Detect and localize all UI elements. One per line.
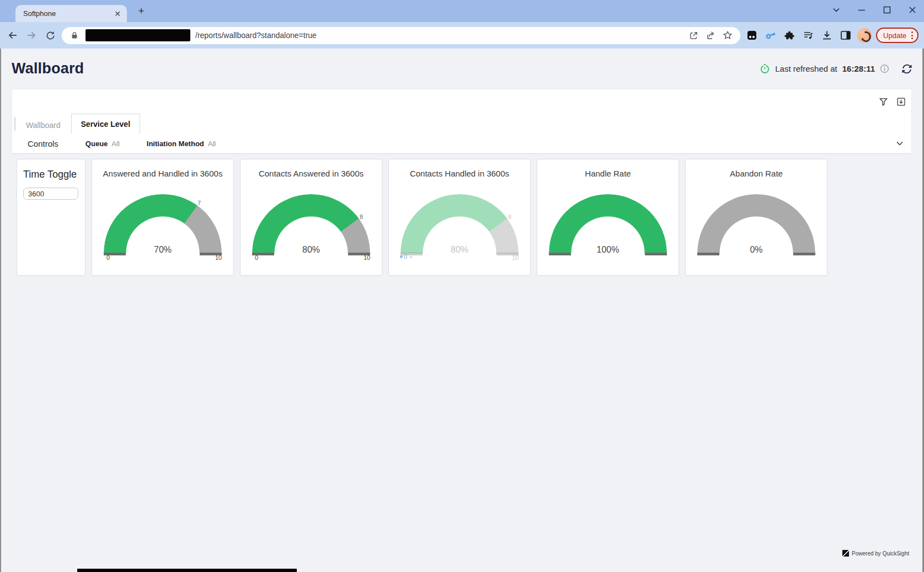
loading-indicator: 0 [396, 253, 416, 260]
gauge-title: Answered and Handled in 3600s [92, 159, 233, 179]
avatar[interactable] [857, 28, 872, 42]
page-title: Wallboard [12, 60, 84, 77]
gauge-card-contacts-handled: Contacts Handled in 3600s 80% 0 10 8 [388, 159, 531, 276]
controls-bar: Controls Queue All Initiation Method All [12, 133, 911, 154]
refresh-icon[interactable] [901, 63, 913, 75]
gauge-card-answered-and-handled: Answered and Handled in 3600s 70% 0 10 7 [92, 159, 234, 276]
time-toggle-title: Time Toggle [23, 169, 85, 180]
kebab-menu-icon[interactable] [910, 30, 915, 41]
tab-service-level[interactable]: Service Level [71, 114, 141, 133]
gauge-title: Contacts Handled in 3600s [389, 159, 530, 179]
time-toggle-input[interactable] [23, 188, 78, 200]
back-icon[interactable] [6, 28, 20, 42]
filter-icon[interactable] [878, 97, 888, 106]
gauge-card-abandon-rate: Abandon Rate 0% [685, 159, 827, 276]
last-refreshed-time: 16:28:11 [842, 64, 875, 73]
page-header: Wallboard Last refreshed at 16:28:11 [0, 49, 924, 89]
open-in-new-icon[interactable] [687, 29, 699, 41]
tab-search-icon[interactable] [830, 4, 842, 16]
gauge-card-handle-rate: Handle Rate 100% [537, 159, 679, 276]
axis-min-label: 0 [249, 254, 264, 261]
gauge-title: Abandon Rate [686, 159, 827, 179]
lock-icon [68, 29, 81, 41]
playlist-icon[interactable] [801, 28, 815, 42]
last-refreshed-label: Last refreshed at [775, 64, 837, 73]
gauge-chart[interactable]: 80% 0 10 8 [252, 194, 370, 253]
minimize-icon[interactable] [856, 4, 868, 16]
extensions-puzzle-icon[interactable] [782, 28, 797, 42]
threshold-label: 8 [508, 213, 511, 220]
tab-close-icon[interactable]: ✕ [113, 9, 122, 19]
gauge-value: 0% [697, 245, 815, 255]
gauge-arc [400, 194, 519, 253]
gauge-arc [549, 194, 667, 253]
browser-tab[interactable]: Softphone ✕ [15, 5, 127, 22]
axis-max-label: 10 [360, 254, 374, 261]
axis-max-label: 10 [211, 254, 226, 261]
maximize-icon[interactable] [881, 4, 893, 16]
time-toggle-card: Time Toggle [17, 159, 86, 276]
browser-tab-title: Softphone [23, 9, 113, 18]
card-grid: Time Toggle Answered and Handled in 3600… [17, 159, 827, 276]
share-icon[interactable] [704, 29, 717, 41]
threshold-label: 7 [197, 200, 201, 206]
filter-initiation-method[interactable]: Initiation Method All [147, 140, 216, 148]
quicksight-logo-icon [842, 550, 849, 557]
info-icon[interactable] [880, 64, 889, 73]
url-path: /reports/wallboard?standalone=true [195, 31, 317, 40]
browser-toolbar: /reports/wallboard?standalone=true Updat… [0, 22, 924, 49]
gauge-value: 70% [104, 245, 222, 255]
axis-min-label: 0 [101, 254, 115, 261]
axis-max-label: 10 [508, 254, 522, 261]
window-edge-left [0, 49, 1, 572]
gauge-arc [104, 194, 222, 253]
gauge-chart[interactable]: 80% 0 10 8 [400, 194, 519, 253]
threshold-label: 8 [360, 213, 363, 220]
controls-label: Controls [28, 139, 58, 148]
close-icon[interactable] [906, 4, 918, 16]
gauge-title: Handle Rate [537, 159, 679, 179]
key-extension-icon[interactable] [763, 28, 778, 42]
tab-wallboard[interactable]: Wallboard [15, 116, 71, 133]
redaction-bar [77, 569, 297, 572]
sheet-tabs: Wallboard Service Level [12, 114, 911, 133]
timer-icon [760, 63, 770, 74]
gauge-chart[interactable]: 0% [697, 194, 815, 253]
gauge-chart[interactable]: 70% 0 10 7 [104, 194, 222, 253]
domino-extension-icon[interactable] [745, 28, 759, 42]
side-panel-icon[interactable] [838, 28, 853, 42]
bookmark-star-icon[interactable] [722, 29, 734, 41]
gauge-value: 80% [252, 245, 370, 255]
chevron-down-icon[interactable] [895, 139, 904, 148]
gauge-card-contacts-answered: Contacts Answered in 3600s 80% 0 10 8 [240, 159, 382, 276]
powered-by-quicksight: Powered by QuickSight [842, 550, 909, 557]
gauge-value: 100% [549, 245, 667, 255]
browser-titlebar: Softphone ✕ + [0, 0, 924, 22]
update-label: Update [883, 31, 906, 40]
dashboard-sheet: Wallboard Service Level Controls Queue A… [12, 89, 912, 154]
reload-icon[interactable] [43, 28, 57, 42]
update-button[interactable]: Update [876, 28, 918, 43]
gauge-title: Contacts Answered in 3600s [241, 159, 382, 179]
gauge-chart[interactable]: 100% [549, 194, 667, 253]
new-tab-icon[interactable]: + [135, 4, 148, 18]
redacted-url-host [86, 29, 190, 41]
url-bar[interactable]: /reports/wallboard?standalone=true [62, 27, 740, 44]
downloads-icon[interactable] [820, 28, 834, 42]
forward-icon[interactable] [24, 28, 39, 42]
gauge-value: 80% [400, 245, 519, 255]
filter-queue[interactable]: Queue All [86, 140, 120, 148]
export-icon[interactable] [896, 97, 906, 106]
gauge-arc [697, 194, 815, 253]
gauge-arc [252, 194, 370, 253]
